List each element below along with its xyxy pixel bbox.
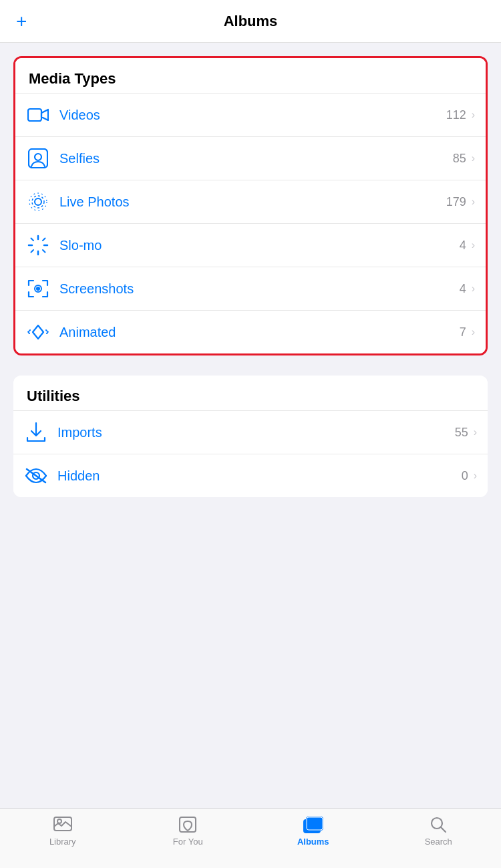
animated-icon (26, 320, 50, 344)
chevron-icon: › (472, 326, 475, 338)
media-types-header: Media Types (15, 58, 486, 93)
chevron-icon: › (472, 239, 475, 251)
list-item[interactable]: Slo-mo 4 › (15, 223, 486, 267)
svg-line-13 (31, 250, 34, 253)
list-item[interactable]: Hidden 0 › (13, 454, 488, 497)
scroll-content: Media Types Videos 112 › Selfi (0, 43, 501, 577)
chevron-icon: › (474, 426, 477, 438)
live-photos-icon (26, 190, 50, 214)
chevron-icon: › (472, 283, 475, 295)
svg-line-10 (31, 239, 34, 241)
albums-tab-icon (303, 815, 324, 834)
search-tab-label: Search (425, 837, 452, 847)
list-item[interactable]: Live Photos 179 › (15, 180, 486, 223)
svg-point-15 (37, 287, 39, 290)
svg-point-19 (57, 819, 61, 823)
videos-label: Videos (59, 108, 446, 123)
videos-count: 112 (446, 108, 466, 122)
library-tab-icon (52, 815, 73, 834)
imports-count: 55 (455, 426, 468, 440)
svg-point-4 (32, 196, 44, 208)
svg-line-12 (43, 239, 45, 241)
slomo-icon (26, 233, 50, 257)
svg-rect-0 (28, 109, 41, 121)
tab-search[interactable]: Search (405, 815, 472, 847)
for-you-tab-icon (177, 815, 198, 834)
add-button[interactable]: + (16, 12, 27, 31)
library-tab-label: Library (49, 837, 76, 847)
screenshots-count: 4 (460, 282, 466, 296)
imports-label: Imports (57, 425, 455, 440)
chevron-icon: › (474, 470, 477, 482)
imports-icon (24, 420, 48, 444)
live-photos-count: 179 (446, 195, 466, 209)
selfie-icon (26, 146, 50, 170)
selfies-count: 85 (453, 152, 466, 166)
animated-count: 7 (460, 325, 466, 339)
hidden-count: 0 (462, 469, 468, 483)
selfies-label: Selfies (59, 151, 453, 166)
svg-rect-23 (307, 817, 323, 830)
tab-bar: Library For You Albums (0, 808, 501, 868)
tab-library[interactable]: Library (29, 815, 96, 847)
utilities-section: Utilities Imports 55 › (13, 376, 488, 497)
chevron-icon: › (472, 109, 475, 121)
list-item[interactable]: Videos 112 › (15, 93, 486, 136)
animated-label: Animated (59, 325, 460, 340)
for-you-tab-label: For You (173, 837, 203, 847)
tab-albums[interactable]: Albums (280, 815, 347, 847)
live-photos-label: Live Photos (59, 194, 446, 210)
tab-for-you[interactable]: For You (154, 815, 221, 847)
slomo-label: Slo-mo (59, 238, 460, 253)
utilities-header: Utilities (13, 376, 488, 410)
svg-rect-20 (180, 817, 196, 832)
svg-line-25 (441, 827, 446, 832)
svg-point-3 (35, 198, 41, 205)
video-icon (26, 103, 50, 127)
app-header: + Albums (0, 0, 501, 43)
hidden-label: Hidden (57, 468, 462, 484)
page-title: Albums (224, 13, 278, 30)
list-item[interactable]: Imports 55 › (13, 410, 488, 454)
list-item[interactable]: Screenshots 4 › (15, 267, 486, 310)
screenshots-icon (26, 277, 50, 301)
svg-line-11 (43, 250, 45, 253)
list-item[interactable]: Selfies 85 › (15, 136, 486, 180)
chevron-icon: › (472, 196, 475, 208)
list-item[interactable]: Animated 7 › (15, 310, 486, 353)
svg-point-2 (35, 154, 41, 160)
media-types-section: Media Types Videos 112 › Selfi (13, 56, 488, 355)
chevron-icon: › (472, 152, 475, 164)
albums-tab-label: Albums (297, 837, 329, 847)
hidden-icon (24, 464, 48, 488)
slomo-count: 4 (460, 239, 466, 253)
search-tab-icon (428, 815, 449, 834)
screenshots-label: Screenshots (59, 281, 460, 297)
